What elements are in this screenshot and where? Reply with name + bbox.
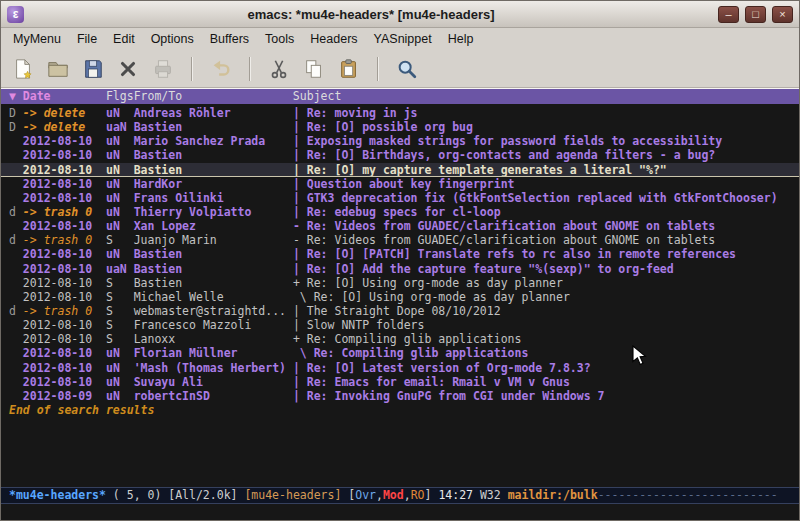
modeline-size: [All/2.0k] (168, 488, 244, 502)
message-row[interactable]: 2012-08-10 uN Florian Müllner \ Re: Comp… (1, 346, 799, 360)
message-flags: S (106, 290, 134, 304)
message-mark (9, 276, 23, 290)
message-row[interactable]: 2012-08-10 S Michael Welle \ Re: [O] Usi… (1, 290, 799, 304)
menu-item-file[interactable]: File (69, 30, 105, 48)
message-mark (9, 247, 23, 261)
message-row[interactable]: 2012-08-10 S Francesco Mazzoli | Slow NN… (1, 318, 799, 332)
open-file-icon[interactable] (44, 55, 72, 83)
menu-bar: MyMenuFileEditOptionsBuffersToolsHeaders… (1, 28, 799, 50)
modeline-overwrite-flag: Ovr (355, 488, 376, 502)
message-flags: uN (106, 375, 134, 389)
message-sep: | (293, 318, 307, 332)
message-row[interactable]: d -> trash 0 S Juanjo Marin - Re: Videos… (1, 233, 799, 247)
message-row[interactable]: 2012-08-10 uN 'Mash (Thomas Herbert) | R… (1, 361, 799, 375)
message-subject: Re: moving in js (307, 106, 418, 120)
message-mark: d (9, 233, 23, 247)
message-sep: | (293, 247, 307, 261)
save-icon[interactable] (79, 55, 107, 83)
menu-item-headers[interactable]: Headers (302, 30, 365, 48)
message-flags: uN (106, 219, 134, 233)
message-date: -> delete (23, 120, 106, 134)
tool-bar (1, 50, 799, 88)
modeline-position: ( 5, 0) (106, 488, 168, 502)
search-icon[interactable] (393, 55, 421, 83)
minimize-button[interactable]: – (718, 6, 739, 23)
message-row[interactable]: 2012-08-10 uN Suvayu Ali | Re: Emacs for… (1, 375, 799, 389)
message-subject: Re: [O] [PATCH] Translate refs to rc als… (307, 247, 736, 261)
message-row[interactable]: 2012-08-10 uN Bastien | Re: [O] Birthday… (1, 148, 799, 162)
cut-icon[interactable] (265, 55, 293, 83)
maximize-button[interactable]: □ (745, 6, 766, 23)
message-from: HardKor (134, 177, 293, 191)
message-sep: \ (293, 346, 314, 360)
message-sep: | (293, 106, 307, 120)
new-file-icon[interactable] (9, 55, 37, 83)
message-sep: - (293, 233, 307, 247)
message-from: Francesco Mazzoli (134, 318, 293, 332)
message-mark (9, 163, 23, 177)
message-date: 2012-08-10 (23, 290, 106, 304)
message-from: Bastien (134, 120, 293, 134)
menu-item-options[interactable]: Options (143, 30, 202, 48)
message-subject: The Straight Dope 08/10/2012 (307, 304, 501, 318)
close-button[interactable]: × (772, 6, 793, 23)
message-row[interactable]: 2012-08-10 S Bastien + Re: [O] Using org… (1, 276, 799, 290)
menu-item-buffers[interactable]: Buffers (202, 30, 257, 48)
message-sep: | (293, 177, 307, 191)
toolbar-separator (377, 57, 379, 81)
message-from: Juanjo Marin (134, 233, 293, 247)
message-row[interactable]: 2012-08-10 uN Frans Oilinki | GTK3 depre… (1, 191, 799, 205)
message-flags: uN (106, 191, 134, 205)
message-row[interactable]: D -> delete uN Andreas Röhler | Re: movi… (1, 106, 799, 120)
message-flags: uN (106, 177, 134, 191)
message-mark (9, 134, 23, 148)
message-row[interactable]: 2012-08-10 uN Xan Lopez - Re: Videos fro… (1, 219, 799, 233)
message-from: Mario Sanchez Prada (134, 134, 293, 148)
sort-column-date[interactable]: ▼ Date (9, 89, 51, 103)
message-sep: | (293, 304, 307, 318)
message-sep: | (293, 205, 307, 219)
message-row[interactable]: D -> delete uaN Bastien | Re: [O] possib… (1, 120, 799, 134)
kill-buffer-icon[interactable] (114, 55, 142, 83)
message-from: Florian Müllner (134, 346, 293, 360)
message-subject: Re: Compiling glib applications (307, 332, 522, 346)
message-date: 2012-08-10 (23, 262, 106, 276)
undo-icon (207, 55, 235, 83)
message-date: 2012-08-10 (23, 318, 106, 332)
modeline-comma: , (376, 488, 383, 502)
message-subject: Question about key fingerprint (307, 177, 515, 191)
message-row[interactable]: 2012-08-10 S Lanoxx + Re: Compiling glib… (1, 332, 799, 346)
copy-icon[interactable] (300, 55, 328, 83)
menu-item-help[interactable]: Help (440, 30, 482, 48)
message-mark: D (9, 106, 23, 120)
message-row[interactable]: 2012-08-09 uN robertcInSD | Re: Invoking… (1, 389, 799, 403)
message-mark (9, 262, 23, 276)
message-sep: - (293, 219, 307, 233)
message-from: webmaster@straightd... (134, 304, 293, 318)
toolbar-separator (191, 57, 193, 81)
message-from: robertcInSD (134, 389, 293, 403)
message-row[interactable]: d -> trash 0 uN Thierry Volpiatto | Re: … (1, 205, 799, 219)
message-sep: | (293, 375, 307, 389)
mode-line: *mu4e-headers* ( 5, 0) [All/2.0k] [mu4e-… (1, 487, 799, 504)
message-row[interactable]: d -> trash 0 S webmaster@straightd... | … (1, 304, 799, 318)
menu-item-mymenu[interactable]: MyMenu (5, 30, 69, 48)
message-row[interactable]: 2012-08-10 uaN Bastien | Re: [O] Add the… (1, 262, 799, 276)
emacs-icon[interactable]: ε (7, 6, 24, 23)
paste-icon[interactable] (335, 55, 363, 83)
menu-item-yasnippet[interactable]: YASnippet (366, 30, 440, 48)
message-flags: uaN (106, 120, 134, 134)
message-from: Bastien (134, 262, 293, 276)
message-row[interactable]: 2012-08-10 uN Bastien | Re: [O] [PATCH] … (1, 247, 799, 261)
message-row[interactable]: 2012-08-10 uN HardKor | Question about k… (1, 177, 799, 191)
message-flags: uN (106, 134, 134, 148)
message-date: 2012-08-10 (23, 148, 106, 162)
message-date: 2012-08-10 (23, 247, 106, 261)
menu-item-tools[interactable]: Tools (257, 30, 302, 48)
message-row[interactable]: 2012-08-10 uN Bastien | Re: [O] my captu… (1, 163, 799, 177)
message-sep: \ (293, 290, 314, 304)
echo-area[interactable] (1, 504, 799, 520)
message-row[interactable]: 2012-08-10 uN Mario Sanchez Prada | Expo… (1, 134, 799, 148)
message-mark (9, 389, 23, 403)
menu-item-edit[interactable]: Edit (105, 30, 143, 48)
